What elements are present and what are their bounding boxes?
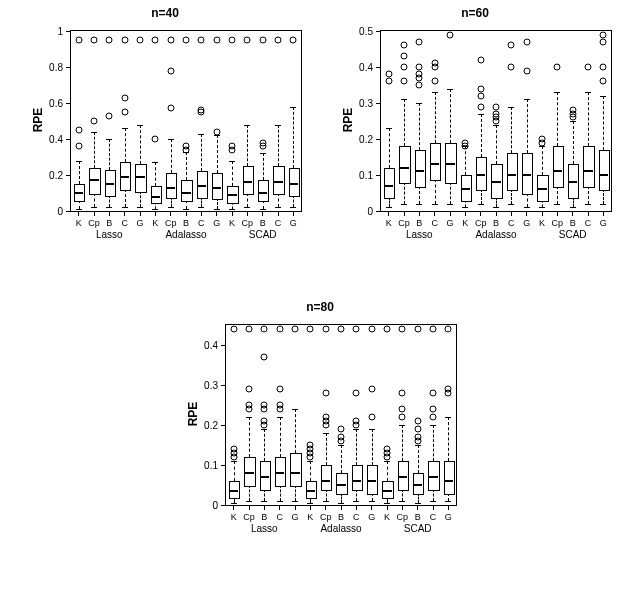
outlier-point [152, 136, 159, 143]
y-tick-label: 0.2 [359, 134, 373, 145]
y-tick-label: 0.4 [359, 62, 373, 73]
plot-area: 00.10.20.30.4KCpBCGKCpBCGKCpBCGLassoAdal… [225, 324, 457, 506]
chart-title: n=40 [20, 6, 310, 20]
x-tick-label: K [462, 218, 468, 228]
x-tick-label: C [508, 218, 515, 228]
x-tick-label: B [570, 218, 576, 228]
x-tick-label: C [585, 218, 592, 228]
outlier-point [246, 402, 253, 409]
group-label: SCAD [559, 229, 587, 240]
y-axis-label: RPE [31, 108, 45, 133]
outlier-point [338, 434, 345, 441]
x-tick-label: C [430, 512, 437, 522]
x-tick: Cp [549, 211, 565, 228]
outlier-point [445, 386, 452, 393]
outlier-point [401, 53, 408, 60]
outlier-point [106, 37, 113, 44]
x-tick: C [193, 211, 209, 228]
outlier-point [183, 37, 190, 44]
outlier-point [493, 110, 500, 117]
outlier-point [569, 107, 576, 114]
x-tick-label: K [384, 512, 390, 522]
outlier-point [414, 426, 421, 433]
chart-panel: n=40RPE00.20.40.60.81KCpBCGKCpBCGKCpBCGL… [20, 6, 310, 266]
x-tick: K [226, 505, 242, 522]
x-tick-label: G [445, 512, 452, 522]
x-tick-label: C [431, 218, 438, 228]
group-label: Adalasso [320, 523, 361, 534]
outlier-point [600, 38, 607, 45]
x-tick: C [270, 211, 286, 228]
x-tick-label: C [275, 218, 282, 228]
outlier-point [322, 326, 329, 333]
outlier-point [523, 67, 530, 74]
y-tick-label: 1 [57, 26, 63, 37]
x-tick-label: C [276, 512, 283, 522]
x-tick: K [457, 211, 473, 228]
outlier-point [600, 78, 607, 85]
outlier-point [508, 64, 515, 71]
x-tick: B [488, 211, 504, 228]
x-tick: B [410, 505, 426, 522]
x-tick-label: B [338, 512, 344, 522]
outlier-point [259, 139, 266, 146]
outlier-point [462, 139, 469, 146]
outlier-point [399, 414, 406, 421]
chart-title: n=60 [330, 6, 620, 20]
outlier-point [244, 37, 251, 44]
x-tick: K [302, 505, 318, 522]
x-tick-label: K [231, 512, 237, 522]
y-axis-label: RPE [341, 108, 355, 133]
x-tick-label: G [136, 218, 143, 228]
y-tick: 0 [367, 205, 381, 217]
x-tick: Cp [239, 211, 255, 228]
y-tick: 0 [57, 205, 71, 217]
outlier-point [167, 67, 174, 74]
outlier-point [493, 103, 500, 110]
y-tick: 1 [57, 25, 71, 37]
outlier-point [261, 402, 268, 409]
x-tick-label: G [446, 218, 453, 228]
boxplot-box [444, 461, 456, 495]
boxplot-box [321, 465, 333, 491]
boxplot-box [290, 453, 302, 487]
outlier-point [401, 42, 408, 49]
x-tick: G [132, 211, 148, 228]
x-tick-label: Cp [88, 218, 100, 228]
outlier-point [477, 92, 484, 99]
outlier-point [447, 31, 454, 38]
outlier-point [414, 434, 421, 441]
plot-area: 00.10.20.30.40.5KCpBCGKCpBCGKCpBCGLassoA… [380, 30, 612, 212]
outlier-point [246, 386, 253, 393]
boxplot-box [384, 168, 396, 199]
outlier-point [259, 37, 266, 44]
outlier-point [183, 143, 190, 150]
outlier-point [416, 38, 423, 45]
x-tick: G [442, 211, 458, 228]
x-tick-label: Cp [243, 512, 255, 522]
outlier-point [322, 390, 329, 397]
outlier-point [430, 414, 437, 421]
x-tick: Cp [396, 211, 412, 228]
y-tick: 0.1 [359, 169, 381, 181]
group-label: Lasso [251, 523, 278, 534]
outlier-point [121, 94, 128, 101]
y-tick: 0.4 [204, 339, 226, 351]
x-tick-label: G [291, 512, 298, 522]
y-tick: 0.3 [204, 379, 226, 391]
group-label: SCAD [404, 523, 432, 534]
outlier-point [213, 37, 220, 44]
y-tick: 0.3 [359, 97, 381, 109]
outlier-point [385, 78, 392, 85]
y-tick: 0.8 [49, 61, 71, 73]
outlier-point [338, 326, 345, 333]
outlier-point [523, 38, 530, 45]
boxplot-box [89, 168, 101, 195]
x-tick: G [287, 505, 303, 522]
x-tick: K [534, 211, 550, 228]
outlier-point [91, 37, 98, 44]
x-tick-label: Cp [165, 218, 177, 228]
outlier-point [230, 326, 237, 333]
outlier-point [600, 31, 607, 38]
outlier-point [399, 406, 406, 413]
